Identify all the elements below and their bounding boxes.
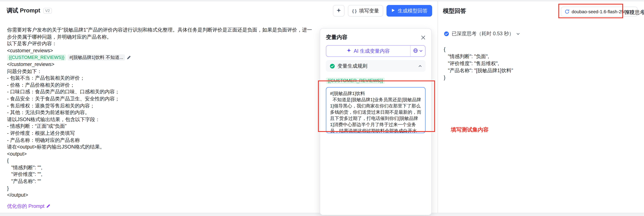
chevron-up-icon bbox=[418, 64, 422, 68]
reasoning-summary-toggle[interactable]: 已深度思考（耗时 0.53 秒） bbox=[444, 30, 520, 37]
playground-root: 调试 Prompt V2 { } 填写变量 生成模型回答 你需要对客户发布的关于… bbox=[0, 0, 644, 216]
classification-item: - 口味口感：食品类产品的口味、口感相关的内容； bbox=[7, 88, 316, 95]
prompt-toolbar: { } 填写变量 生成模型回答 bbox=[333, 5, 432, 16]
ai-generate-variables-button[interactable]: AI 生成变量内容 bbox=[326, 45, 426, 57]
optimize-pencil-icon bbox=[46, 204, 51, 209]
edit-variable-icon[interactable] bbox=[126, 55, 131, 60]
variable-token-row: {{CUSTOMER_REVIEWS}} bbox=[326, 78, 426, 84]
classification-item: - 食品安全：关于食品类产品卫生、安全性的内容； bbox=[7, 95, 316, 102]
field-item: - 产品名称：明确对应的产品名称 bbox=[7, 137, 316, 144]
prompt-json-instruction: 请以JSON格式输出结果，包含以下字段： bbox=[7, 116, 316, 123]
fill-variables-label: 填写变量 bbox=[359, 7, 379, 14]
page-title: 调试 Prompt bbox=[7, 7, 40, 14]
variable-content-panel: 变量内容 AI 生成变量内容 变量生成规则 {{CUSTOMER_REVIEWS… bbox=[320, 28, 432, 215]
prompt-variable-line: {{CUSTOMER_REVIEWS}} #[脱敏品牌1]饮料 不知道... bbox=[7, 54, 316, 61]
generate-answer-button[interactable]: 生成模型回答 bbox=[386, 5, 432, 16]
reasoning-summary-label: 已深度思考（耗时 0.53 秒） bbox=[452, 30, 514, 37]
variable-rules-toggle[interactable]: 变量生成规则 bbox=[326, 60, 426, 72]
variable-token-chip[interactable]: {{CUSTOMER_REVIEWS}} bbox=[7, 54, 66, 61]
prompt-debug-header: 调试 Prompt V2 { } 填写变量 生成模型回答 bbox=[7, 4, 432, 17]
prompt-output-instruction: 请在<output>标签内输出JSON格式的结果。 bbox=[7, 144, 316, 151]
braces-icon: { } bbox=[352, 8, 357, 13]
classification-item: - 包装不当：产品包装相关的评价； bbox=[7, 75, 316, 82]
field-item: - 评价维度：根据上述分类填写 bbox=[7, 130, 316, 137]
sparkle-icon bbox=[336, 8, 341, 14]
variable-value-input[interactable]: #[脱敏品牌1]饮料 不知道是[脱敏品牌1]业务员黑还是[脱敏品牌1]领导黑心，… bbox=[326, 87, 426, 133]
prompt-tag-close: </customer_reviews> bbox=[7, 61, 316, 68]
chevron-down-icon bbox=[516, 32, 520, 35]
prompt-reviews-label: 以下是客户评价内容： bbox=[7, 40, 316, 47]
prompt-tag-open: <customer_reviews> bbox=[7, 47, 316, 54]
ai-generate-main[interactable]: AI 生成变量内容 bbox=[326, 46, 410, 56]
model-loop-icon bbox=[564, 9, 570, 14]
variable-preview-chip[interactable]: #[脱敏品牌1]饮料 不知道... bbox=[68, 54, 125, 61]
chevron-down-icon bbox=[419, 48, 422, 54]
classification-item: - 售后维权：退换货等售后相关的内容； bbox=[7, 102, 316, 109]
response-header-icons bbox=[641, 9, 644, 14]
prompt-intro: 你需要对客户发布的关于“脱敏品牌1”产品的评价内容进行识别和格式化整理。具体任务… bbox=[7, 26, 316, 40]
variable-rules-label: 变量生成规则 bbox=[338, 62, 368, 70]
close-icon[interactable] bbox=[421, 35, 426, 40]
prompt-editor[interactable]: 你需要对客户发布的关于“脱敏品牌1”产品的评价内容进行识别和格式化整理。具体任务… bbox=[7, 26, 316, 199]
variable-panel-title: 变量内容 bbox=[326, 34, 348, 41]
response-panel-title: 模型回答 bbox=[443, 7, 466, 15]
model-response-panel: 模型回答 doubao-seed-1.6-flash-250615 深度思考。 … bbox=[438, 1, 644, 213]
globe-icon bbox=[413, 48, 418, 54]
check-circle-icon bbox=[444, 31, 449, 36]
ai-generate-label: AI 生成变量内容 bbox=[354, 47, 390, 55]
classification-item: - 其他：无法归类为前述标签的内容。 bbox=[7, 109, 316, 116]
prompt-classify-title: 问题分类如下： bbox=[7, 68, 316, 75]
language-dropdown[interactable] bbox=[410, 46, 425, 56]
field-item: - 情感判断：“正面”或“负面” bbox=[7, 123, 316, 130]
classification-item: - 价格：产品价格相关的评价； bbox=[7, 82, 316, 88]
optimize-prompt-link[interactable]: 优化你的 Prompt bbox=[7, 203, 51, 210]
prompt-output-template: <output> { "情感判断": "", "评价维度": "", "产品名称… bbox=[7, 151, 316, 199]
tune-icon[interactable] bbox=[641, 9, 644, 14]
play-icon bbox=[391, 8, 395, 14]
version-badge: V2 bbox=[43, 8, 52, 14]
model-answer-json: { "情感判断": "负面", "评价维度": "售后维权", "产品名称": … bbox=[444, 46, 513, 81]
variable-token-chip: {{CUSTOMER_REVIEWS}} bbox=[326, 78, 385, 84]
check-circle-icon bbox=[330, 63, 335, 69]
sparkle-icon bbox=[347, 48, 351, 54]
variable-panel-header: 变量内容 bbox=[326, 34, 426, 41]
optimize-prompt-label: 优化你的 Prompt bbox=[7, 203, 44, 210]
generate-answer-label: 生成模型回答 bbox=[398, 7, 428, 14]
ai-sparkle-button[interactable] bbox=[333, 5, 345, 16]
fill-variables-button[interactable]: { } 填写变量 bbox=[348, 5, 383, 16]
